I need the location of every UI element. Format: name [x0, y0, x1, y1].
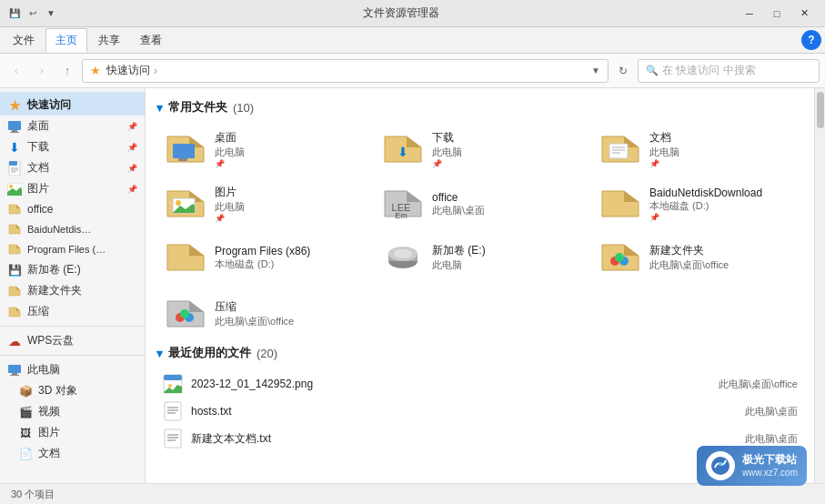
star-icon: ★ [90, 64, 101, 77]
drive-e-thumb [381, 239, 425, 276]
hosts-file-name: hosts.txt [191, 405, 645, 418]
compressed-icon [7, 305, 22, 319]
recent-files-section-title[interactable]: ▾ 最近使用的文件 (20) [156, 345, 803, 361]
sidebar-item-pic2[interactable]: 🖼 图片 [0, 422, 145, 443]
close-button[interactable]: ✕ [790, 0, 818, 27]
sidebar-wps-cloud[interactable]: ☁ WPS云盘 [0, 330, 145, 351]
ribbon-tabs: 文件 主页 共享 查看 ? [0, 27, 825, 53]
sidebar-item-docs[interactable]: 文档 📌 [0, 157, 145, 178]
folder-documents[interactable]: 文档 此电脑 📌 [591, 125, 803, 174]
sidebar-item-office[interactable]: office [0, 199, 145, 219]
docs2-icon: 📄 [18, 447, 33, 461]
svg-point-27 [394, 249, 412, 258]
desktop-info: 桌面 此电脑 📌 [215, 130, 361, 168]
tab-share[interactable]: 共享 [89, 29, 129, 52]
sidebar-item-programfiles[interactable]: Program Files (… [0, 239, 145, 259]
qat-save-icon[interactable]: 💾 [7, 6, 22, 21]
sidebar-item-neudrive[interactable]: 💾 新加卷 (E:) [0, 259, 145, 280]
folder-newdir[interactable]: 新建文件夹 此电脑\桌面\office [591, 234, 803, 281]
programfiles-thumb [164, 239, 207, 276]
sidebar-item-downloads[interactable]: ⬇ 下载 📌 [0, 136, 145, 157]
sidebar-item-3d[interactable]: 📦 3D 对象 [0, 380, 145, 401]
search-placeholder: 在 快速访问 中搜索 [662, 63, 756, 78]
baidu-info: BaiduNetdiskDownload 本地磁盘 (D:) 📌 [649, 186, 796, 222]
downloads-pin-icon: 📌 [127, 143, 137, 152]
refresh-button[interactable]: ↻ [612, 60, 634, 82]
folder-drive-e[interactable]: 新加卷 (E:) 此电脑 [374, 234, 586, 281]
search-box[interactable]: 🔍 在 快速访问 中搜索 [638, 59, 820, 83]
tab-home[interactable]: 主页 [45, 28, 87, 53]
baidu-thumb [599, 186, 642, 222]
svg-rect-2 [10, 132, 19, 133]
documents-folder-name: 文档 [649, 130, 796, 146]
programfiles-icon [7, 242, 22, 257]
folder-desktop[interactable]: 桌面 此电脑 📌 [156, 125, 368, 174]
programfiles-folder-name: Program Files (x86) [215, 245, 361, 257]
folder-programfiles[interactable]: Program Files (x86) 本地磁盘 (D:) [156, 234, 368, 281]
newdir-folder-path: 此电脑\桌面\office [649, 258, 796, 272]
tab-file[interactable]: 文件 [4, 29, 44, 52]
address-bar: ‹ › ↑ ★ 快速访问 › ▼ ↻ 🔍 在 快速访问 中搜索 [0, 54, 825, 88]
office-icon [7, 202, 22, 217]
sidebar-office-label: office [27, 203, 53, 216]
office-info: office 此电脑\桌面 [432, 191, 579, 217]
file-item-png[interactable]: 2023-12_01_142952.png 此电脑\桌面\office [156, 370, 803, 398]
address-dropdown-icon[interactable]: ▼ [591, 66, 600, 76]
svg-rect-16 [609, 144, 628, 158]
path-separator: › [154, 65, 157, 77]
main-area: ★ 快速访问 桌面 📌 ⬇ 下载 📌 文档 📌 图片 [0, 88, 825, 483]
this-pc-icon [7, 363, 22, 378]
png-file-icon [162, 373, 184, 395]
docs-icon [7, 161, 22, 176]
window-controls: ─ □ ✕ [736, 0, 818, 27]
watermark-label: 极光下载站 [742, 452, 798, 468]
svg-rect-12 [10, 375, 19, 376]
sidebar-item-docs2[interactable]: 📄 文档 [0, 443, 145, 464]
maximize-button[interactable]: □ [763, 0, 790, 27]
pictures-folder-path: 此电脑 [215, 200, 361, 214]
sidebar-item-video[interactable]: 🎬 视频 [0, 401, 145, 422]
folder-downloads[interactable]: ⬇ 下载 此电脑 📌 [374, 125, 586, 174]
sidebar-item-desktop[interactable]: 桌面 📌 [0, 116, 145, 136]
pictures-pin: 📌 [215, 214, 361, 223]
newdir-icon [7, 284, 22, 298]
folder-office[interactable]: LEE Em office 此电脑\桌面 [374, 179, 586, 228]
file-item-hosts[interactable]: hosts.txt 此电脑\桌面 [156, 398, 803, 425]
desktop-pin: 📌 [215, 159, 361, 168]
newdir-folder-name: 新建文件夹 [649, 243, 796, 258]
sidebar: ★ 快速访问 桌面 📌 ⬇ 下载 📌 文档 📌 图片 [0, 88, 146, 483]
up-button[interactable]: ↑ [56, 60, 78, 82]
back-button[interactable]: ‹ [5, 60, 27, 82]
sidebar-item-baidu[interactable]: BaiduNetdis… [0, 219, 145, 239]
folder-baidu[interactable]: BaiduNetdiskDownload 本地磁盘 (D:) 📌 [591, 179, 803, 228]
sidebar-item-pictures[interactable]: 图片 📌 [0, 178, 145, 199]
folder-pictures[interactable]: 图片 此电脑 📌 [156, 179, 368, 228]
sidebar-docs-label: 文档 [27, 160, 49, 176]
common-folders-title: 常用文件夹 [168, 99, 227, 116]
qat-undo-icon[interactable]: ↩ [25, 6, 40, 21]
minimize-button[interactable]: ─ [736, 0, 763, 27]
svg-rect-0 [8, 121, 21, 130]
newtxt-file-icon [162, 428, 184, 449]
downloads-icon: ⬇ [7, 140, 22, 155]
baidu-folder-path: 本地磁盘 (D:) [649, 199, 796, 213]
newdir-thumb [599, 239, 642, 276]
documents-folder-path: 此电脑 [649, 146, 796, 159]
common-folders-section-title[interactable]: ▾ 常用文件夹 (10) [156, 99, 803, 116]
qat-dropdown-icon[interactable]: ▼ [44, 6, 58, 21]
common-folders-arrow: ▾ [156, 101, 163, 115]
scrollbar-thumb[interactable] [817, 92, 824, 128]
sidebar-item-newdir[interactable]: 新建文件夹 [0, 280, 145, 301]
help-button[interactable]: ? [801, 30, 821, 50]
sidebar-this-pc[interactable]: 此电脑 [0, 359, 145, 380]
forward-button[interactable]: › [31, 60, 53, 82]
sidebar-3d-label: 3D 对象 [38, 383, 77, 398]
sidebar-quick-access[interactable]: ★ 快速访问 [0, 92, 145, 116]
sidebar-item-compressed[interactable]: 压缩 [0, 301, 145, 322]
tab-view[interactable]: 查看 [131, 29, 171, 52]
folder-compressed[interactable]: 压缩 此电脑\桌面\office [156, 292, 803, 336]
address-path[interactable]: ★ 快速访问 › ▼ [82, 59, 609, 83]
sidebar-neudrive-label: 新加卷 (E:) [27, 262, 81, 277]
pictures-icon [7, 182, 22, 197]
scrollbar-area[interactable] [814, 88, 825, 483]
